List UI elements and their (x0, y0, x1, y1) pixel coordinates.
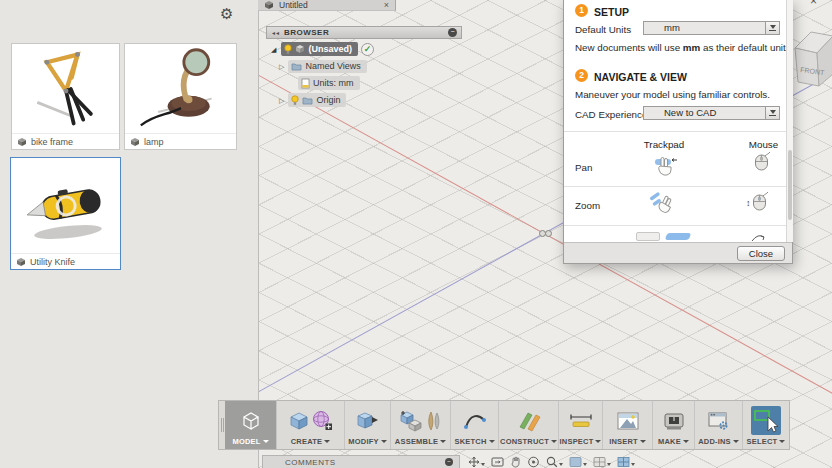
mouse-column-header: Mouse (736, 139, 786, 150)
cad-experience-select[interactable]: New to CAD (643, 106, 780, 120)
updown-arrow-icon: ↕ (746, 198, 751, 208)
dropdown-caret-icon (551, 440, 557, 443)
viewports-icon (617, 456, 630, 468)
close-button[interactable]: Close (737, 246, 785, 261)
hand-icon (510, 456, 521, 468)
tree-row-root[interactable]: ◢ (Unsaved) ✓ (266, 42, 462, 56)
grid-settings[interactable] (593, 456, 611, 468)
thumbnail-bike-frame[interactable]: bike frame (11, 43, 120, 150)
visibility-bulb-icon[interactable] (291, 95, 299, 106)
browser-header[interactable]: ◄◄ BROWSER − (266, 26, 462, 39)
tree-row-named-views[interactable]: ▷ Named Views (266, 59, 462, 73)
fit-tool[interactable] (491, 456, 504, 468)
gear-icon[interactable]: ⚙ (220, 5, 233, 23)
document-tab[interactable]: Untitled × (258, 0, 396, 11)
tree-item-label: Origin (316, 95, 340, 105)
dropdown-caret-icon (733, 440, 739, 443)
cube-icon (130, 137, 140, 147)
navigate-section-title: NAVIGATE & VIEW (594, 71, 687, 83)
orbit-tool[interactable] (527, 456, 540, 468)
toolbar-add-ins[interactable]: ADD-INS (695, 401, 743, 449)
dialog-scrollbar[interactable] (786, 0, 793, 242)
document-cube-icon (264, 0, 274, 10)
default-units-value: mm (644, 22, 765, 34)
toolbar-model[interactable]: MODEL (225, 401, 277, 449)
thumbnail-label: Utility Knife (30, 257, 75, 267)
active-check-icon[interactable]: ✓ (361, 43, 374, 56)
select-tool-icon (751, 406, 781, 435)
dropdown-caret-icon (640, 440, 646, 443)
utility-knife-image (11, 158, 120, 253)
comments-collapse-icon[interactable]: − (445, 458, 453, 466)
default-units-select[interactable]: mm (643, 21, 780, 35)
dropdown-caret-icon (440, 440, 446, 443)
dropdown-arrow-icon[interactable] (765, 107, 779, 119)
units-note: New documents will use mm as their defau… (575, 42, 786, 53)
trackpad-pad-icon (636, 232, 660, 241)
construct-planes-icon (516, 410, 542, 432)
zoom-row-label: Zoom (575, 200, 600, 211)
toolbar-sketch[interactable]: SKETCH (451, 401, 499, 449)
navigate-description: Maneuver your model using familiar contr… (575, 89, 770, 100)
step-2-badge: 2 (575, 69, 588, 82)
getting-started-dialog: 1 SETUP Default Units mm New documents w… (563, 0, 793, 264)
orbit-icon (527, 456, 540, 468)
comments-bar[interactable]: COMMENTS − (262, 455, 460, 468)
dropdown-caret-icon (263, 440, 269, 443)
thumbnail-label: bike frame (31, 137, 73, 147)
tree-row-origin[interactable]: ▷ Origin (266, 93, 462, 107)
visibility-bulb-icon[interactable] (284, 44, 292, 55)
trackpad-zoom-gesture-icon (648, 189, 678, 218)
folder-icon (302, 96, 313, 105)
make-3dprint-icon (663, 411, 685, 431)
component-cube-icon (295, 44, 305, 54)
data-panel: ⚙ bike frame (0, 0, 258, 468)
expand-closed-icon[interactable]: ▷ (279, 97, 284, 104)
mouse-zoom-icon (752, 192, 768, 213)
toolbar-make[interactable]: MAKE (653, 401, 695, 449)
cad-experience-value: New to CAD (644, 107, 765, 119)
dropdown-caret-icon (631, 463, 635, 466)
dropdown-arrow-icon[interactable] (765, 22, 779, 34)
cube-icon (16, 257, 26, 267)
thumbnail-utility-knife[interactable]: Utility Knife (10, 157, 121, 270)
toolbar-inspect[interactable]: INSPECT (559, 401, 603, 449)
pan-tool[interactable] (468, 456, 485, 468)
lamp-image (125, 44, 236, 133)
viewcube[interactable]: FRONT (793, 26, 832, 98)
ribbon-toolbar: MODEL CREATE (218, 400, 790, 450)
dropdown-caret-icon (324, 440, 330, 443)
viewports[interactable] (617, 456, 635, 468)
toolbar-select[interactable]: SELECT (743, 401, 789, 449)
magnifier-icon (546, 456, 558, 468)
units-document-icon (301, 78, 310, 89)
cad-experience-label: CAD Experience (575, 109, 647, 120)
toolbar-insert[interactable]: INSERT (603, 401, 653, 449)
zoom-tool[interactable] (546, 456, 563, 468)
trackpad-column-header: Trackpad (624, 139, 704, 150)
close-icon[interactable]: × (810, 0, 817, 8)
minimize-icon[interactable]: − (448, 28, 457, 37)
expand-open-icon[interactable]: ◢ (271, 46, 276, 53)
mouse-pan-icon (754, 152, 770, 173)
origin-marker[interactable] (545, 230, 552, 237)
dropdown-caret-icon (595, 440, 601, 443)
display-settings[interactable] (569, 456, 587, 468)
create-solid-icon (289, 411, 309, 431)
toolbar-modify[interactable]: MODIFY (345, 401, 391, 449)
tab-close-icon[interactable]: × (384, 0, 389, 10)
collapse-panel-icon[interactable]: ◄◄ (271, 30, 279, 36)
thumbnail-lamp[interactable]: lamp (124, 43, 237, 150)
expand-closed-icon[interactable]: ▷ (279, 63, 284, 70)
pan-row-label: Pan (575, 162, 592, 173)
root-node[interactable]: (Unsaved) (281, 42, 358, 56)
folder-icon (291, 62, 302, 71)
toolbar-assemble[interactable]: ASSEMBLE (391, 401, 451, 449)
toolbar-construct[interactable]: CONSTRUCT (499, 401, 559, 449)
tree-row-units[interactable]: Units: mm (266, 76, 462, 90)
browser-panel: ◄◄ BROWSER − ◢ (Unsaved) ✓ ▷ Named Views (266, 26, 462, 107)
trackpad-pan-gesture-icon (652, 153, 679, 179)
fit-view-icon (491, 456, 504, 468)
pan-hand-tool[interactable] (510, 456, 521, 468)
toolbar-create[interactable]: CREATE (277, 401, 345, 449)
